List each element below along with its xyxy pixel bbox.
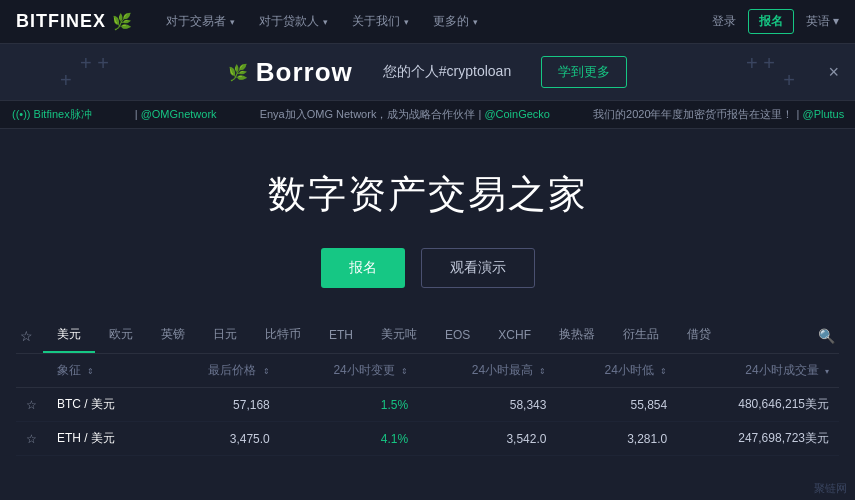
nav-item-more[interactable]: 更多的 ▾ [423,7,488,36]
row-last-price: 57,168 [161,388,280,422]
sort-icon: ⇕ [87,367,94,376]
tab-derivatives[interactable]: 衍生品 [609,318,673,353]
market-section: ☆ 美元 欧元 英镑 日元 比特币 ETH 美元吨 EOS XCHF 换热器 [0,318,855,456]
nav-item-about[interactable]: 关于我们 ▾ [342,7,419,36]
row-low: 55,854 [556,388,677,422]
tab-lending[interactable]: 借贷 [673,318,725,353]
banner-brand: 🌿 Borrow [228,57,353,88]
row-last-price: 3,475.0 [161,422,280,456]
search-icon[interactable]: 🔍 [814,320,839,352]
nav-item-lenders[interactable]: 对于贷款人 ▾ [249,7,338,36]
row-high: 58,343 [418,388,556,422]
nav-right: 登录 报名 英语 ▾ [712,9,839,34]
logo-text: BITFINEX [16,11,106,32]
decorative-plus: + [783,69,795,92]
logo[interactable]: BITFINEX 🌿 [16,11,132,32]
col-symbol[interactable]: 象征 ⇕ [47,354,161,388]
favorite-star-icon: ☆ [26,432,37,446]
news-ticker: ((•)) Bitfinex脉冲 | @OMGnetwork Enya加入OMG… [0,101,855,129]
row-high: 3,542.0 [418,422,556,456]
decorative-plus: + + [80,52,109,75]
favorites-star-icon[interactable]: ☆ [16,320,43,352]
chevron-down-icon: ▾ [404,17,409,27]
row-symbol: ETH / 美元 [47,422,161,456]
hero-demo-button[interactable]: 观看演示 [421,248,535,288]
hero-title: 数字资产交易之家 [20,169,835,220]
table-header-row: 象征 ⇕ 最后价格 ⇕ 24小时变更 ⇕ 24小时最高 ⇕ 24小时低 ⇕ [16,354,839,388]
nav-item-traders[interactable]: 对于交易者 ▾ [156,7,245,36]
sort-icon: ⇕ [401,367,408,376]
table-row: ☆ BTC / 美元 57,168 1.5% 58,343 55,854 480… [16,388,839,422]
tab-usdton[interactable]: 美元吨 [367,318,431,353]
tab-usd[interactable]: 美元 [43,318,95,353]
banner-title: Borrow [256,57,353,88]
chevron-down-icon: ▾ [230,17,235,27]
row-star-cell[interactable]: ☆ [16,388,47,422]
language-selector[interactable]: 英语 ▾ [806,13,839,30]
chevron-down-icon: ▾ [473,17,478,27]
signup-button[interactable]: 报名 [748,9,794,34]
col-star [16,354,47,388]
tab-eur[interactable]: 欧元 [95,318,147,353]
chevron-down-icon: ▾ [833,14,839,28]
col-last-price[interactable]: 最后价格 ⇕ [161,354,280,388]
tab-eos[interactable]: EOS [431,320,484,352]
row-change: 4.1% [280,422,418,456]
ticker-item: ((•)) Bitfinex脉冲 | @OMGnetwork Enya加入OMG… [12,108,855,120]
row-symbol: BTC / 美元 [47,388,161,422]
decorative-plus: + + [746,52,775,75]
col-24h-change[interactable]: 24小时变更 ⇕ [280,354,418,388]
banner-close-button[interactable]: × [828,62,839,83]
row-volume: 247,698,723美元 [677,422,839,456]
market-table: 象征 ⇕ 最后价格 ⇕ 24小时变更 ⇕ 24小时最高 ⇕ 24小时低 ⇕ [16,354,839,456]
sort-icon: ⇕ [263,367,270,376]
logo-leaf-icon: 🌿 [112,12,132,31]
banner-cta-button[interactable]: 学到更多 [541,56,627,88]
tab-btc[interactable]: 比特币 [251,318,315,353]
nav-links: 对于交易者 ▾ 对于贷款人 ▾ 关于我们 ▾ 更多的 ▾ [156,7,712,36]
chevron-down-icon: ▾ [323,17,328,27]
table-row: ☆ ETH / 美元 3,475.0 4.1% 3,542.0 3,281.0 … [16,422,839,456]
hero-signup-button[interactable]: 报名 [321,248,405,288]
hero-section: 数字资产交易之家 报名 观看演示 [0,129,855,318]
decorative-plus: + [60,69,72,92]
row-star-cell[interactable]: ☆ [16,422,47,456]
col-24h-volume[interactable]: 24小时成交量 ▾ [677,354,839,388]
col-24h-high[interactable]: 24小时最高 ⇕ [418,354,556,388]
banner-subtitle: 您的个人#cryptoloan [383,63,511,81]
tab-gbp[interactable]: 英镑 [147,318,199,353]
tab-xchf[interactable]: XCHF [484,320,545,352]
market-tabs: ☆ 美元 欧元 英镑 日元 比特币 ETH 美元吨 EOS XCHF 换热器 [16,318,839,354]
sort-icon: ⇕ [660,367,667,376]
col-24h-low[interactable]: 24小时低 ⇕ [556,354,677,388]
banner-leaf-icon: 🌿 [228,63,248,82]
sort-icon: ▾ [825,367,829,376]
promo-banner: + + + + + + 🌿 Borrow 您的个人#cryptoloan 学到更… [0,44,855,101]
login-button[interactable]: 登录 [712,13,736,30]
row-change: 1.5% [280,388,418,422]
tab-exchange[interactable]: 换热器 [545,318,609,353]
row-low: 3,281.0 [556,422,677,456]
navbar: BITFINEX 🌿 对于交易者 ▾ 对于贷款人 ▾ 关于我们 ▾ 更多的 ▾ … [0,0,855,44]
hero-buttons: 报名 观看演示 [20,248,835,288]
watermark: 聚链网 [814,481,847,496]
row-volume: 480,646,215美元 [677,388,839,422]
favorite-star-icon: ☆ [26,398,37,412]
tab-jpy[interactable]: 日元 [199,318,251,353]
sort-icon: ⇕ [539,367,546,376]
tab-eth[interactable]: ETH [315,320,367,352]
